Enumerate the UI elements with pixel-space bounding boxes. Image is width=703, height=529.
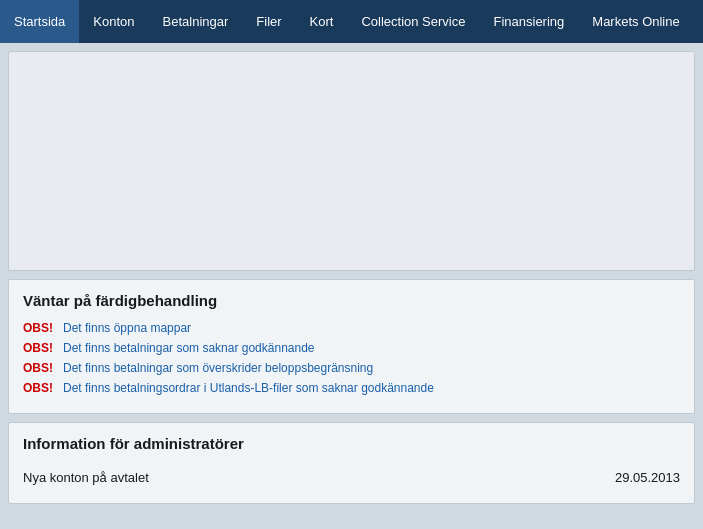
- nav-item-collection-service[interactable]: Collection Service: [347, 0, 479, 43]
- nav-item-startsida[interactable]: Startsida: [0, 0, 79, 43]
- nav-item-finansiering[interactable]: Finansiering: [479, 0, 578, 43]
- obs-label-2: OBS!: [23, 341, 55, 355]
- obs-label-1: OBS!: [23, 321, 55, 335]
- obs-row-2: OBS! Det finns betalningar som saknar go…: [23, 341, 680, 355]
- obs-row-1: OBS! Det finns öppna mappar: [23, 321, 680, 335]
- obs-row-3: OBS! Det finns betalningar som överskrid…: [23, 361, 680, 375]
- nav-item-filer[interactable]: Filer: [242, 0, 295, 43]
- main-content: Väntar på färdigbehandling OBS! Det finn…: [0, 43, 703, 512]
- admin-panel-title: Information för administratörer: [23, 435, 680, 452]
- obs-link-1[interactable]: Det finns öppna mappar: [63, 321, 191, 335]
- obs-link-4[interactable]: Det finns betalningsordrar i Utlands-LB-…: [63, 381, 434, 395]
- obs-link-3[interactable]: Det finns betalningar som överskrider be…: [63, 361, 373, 375]
- banner-area: [8, 51, 695, 271]
- waiting-panel: Väntar på färdigbehandling OBS! Det finn…: [8, 279, 695, 414]
- nav-item-markets-online[interactable]: Markets Online: [578, 0, 693, 43]
- nav-item-konton[interactable]: Konton: [79, 0, 148, 43]
- admin-row-1-text: Nya konton på avtalet: [23, 470, 149, 485]
- obs-label-3: OBS!: [23, 361, 55, 375]
- admin-panel: Information för administratörer Nya kont…: [8, 422, 695, 504]
- admin-row-1: Nya konton på avtalet 29.05.2013: [23, 464, 680, 491]
- obs-label-4: OBS!: [23, 381, 55, 395]
- navbar: Startsida Konton Betalningar Filer Kort …: [0, 0, 703, 43]
- admin-row-1-date: 29.05.2013: [615, 470, 680, 485]
- obs-link-2[interactable]: Det finns betalningar som saknar godkänn…: [63, 341, 315, 355]
- obs-row-4: OBS! Det finns betalningsordrar i Utland…: [23, 381, 680, 395]
- waiting-panel-title: Väntar på färdigbehandling: [23, 292, 680, 309]
- nav-item-kort[interactable]: Kort: [296, 0, 348, 43]
- nav-item-betalningar[interactable]: Betalningar: [149, 0, 243, 43]
